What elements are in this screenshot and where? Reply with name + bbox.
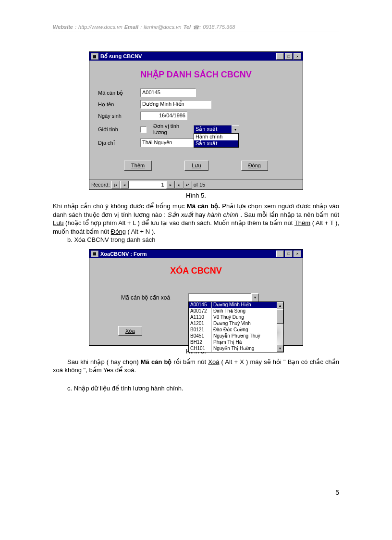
maximize-button[interactable]: □ <box>285 251 293 257</box>
website-label: Website <box>53 24 73 30</box>
dropdown-button[interactable]: ▼ <box>251 293 259 302</box>
nav-new-button[interactable]: ▸* <box>184 181 192 188</box>
record-number[interactable]: 1 <box>129 181 166 188</box>
phone-icon: ☎ <box>193 25 197 29</box>
close-button[interactable]: × <box>294 53 301 60</box>
label-ho-ten: Họ tên <box>98 101 140 108</box>
close-button[interactable]: × <box>294 251 301 257</box>
titlebar: ▦ Bổ sung CBCNV _ □ × <box>89 52 303 61</box>
email-label: Email <box>124 24 138 30</box>
scroll-up-button[interactable]: ▲ <box>277 302 283 309</box>
tel-value: 0918.775.368 <box>203 24 235 30</box>
form-heading: NHẬP DANH SÁCH CBCNV <box>98 64 294 88</box>
combo-don-vi-selected: Sản xuất <box>194 126 232 133</box>
label-dia-chi: Địa chỉ <box>98 140 140 146</box>
website-value: http://www.docs.vn <box>78 24 122 30</box>
email-value: lienhe@docs.vn <box>144 24 181 30</box>
window-title-xoa: XoaCBCNV : Form <box>100 251 147 257</box>
label-don-vi: Đơn vị tính lương <box>153 123 194 136</box>
record-navigator: Record: |◂ ◂ 1 ▸ ▸| ▸* of 15 <box>89 179 303 189</box>
list-item[interactable]: A00145Dương Minh Hiển <box>189 302 277 308</box>
form-icon: ▦ <box>91 53 98 60</box>
luu-button[interactable]: Lưu <box>184 161 208 171</box>
list-item[interactable]: BH12Phạm Thị Hà <box>189 339 277 346</box>
list-item[interactable]: B0121Đào Đức Cường <box>189 327 277 333</box>
label-ma-can-bo-xoa: Mã cán bộ cần xoá <box>121 293 188 301</box>
form-icon: ▦ <box>91 251 98 257</box>
paragraph-c: c. Nhập dữ liệu để tính lương hành chính… <box>67 384 339 393</box>
input-dia-chi[interactable]: Thái Nguyên <box>140 138 196 147</box>
dong-button[interactable]: Đóng <box>241 161 268 171</box>
nav-next-button[interactable]: ▸ <box>166 181 175 188</box>
window-bo-sung-cbcnv: ▦ Bổ sung CBCNV _ □ × NHẬP DANH SÁCH CBC… <box>89 51 303 190</box>
input-ma-can-bo-xoa[interactable] <box>188 293 251 302</box>
list-item[interactable]: A1110Vũ Thuý Dung <box>189 314 277 321</box>
record-count: of 15 <box>194 182 205 188</box>
paragraph-2: Sau khi nhập ( hay chọn) Mã cán bộ rồi b… <box>53 358 339 375</box>
input-ho-ten[interactable]: Dương Minh Hiển <box>140 100 211 109</box>
nav-prev-button[interactable]: ◂ <box>120 181 129 188</box>
page-number: 5 <box>53 392 339 496</box>
list-item[interactable]: B0451Nguyễn Phương Thuỳ <box>189 333 277 339</box>
paragraph-1: Khi nhập cần chú ý không đươc để trống m… <box>53 202 339 236</box>
maximize-button[interactable]: □ <box>285 53 293 60</box>
caption-hinh5-1: Hình 5. <box>53 192 339 199</box>
tel-label: Tel <box>184 24 191 30</box>
window-xoa-cbcnv: ▦ XoaCBCNV : Form _ □ × XÓA CBCNV Mã cán… <box>89 249 303 346</box>
label-gioi-tinh: Giới tính <box>98 126 140 133</box>
nav-first-button[interactable]: |◂ <box>111 181 120 188</box>
window-title: Bổ sung CBCNV <box>100 53 142 60</box>
xoa-button[interactable]: Xóa <box>118 326 142 336</box>
titlebar-xoa: ▦ XoaCBCNV : Form _ □ × <box>89 250 303 258</box>
label-ngay-sinh: Ngày sinh <box>98 113 140 119</box>
list-item[interactable]: A1201Dương Thuý Vinh <box>189 321 277 327</box>
scrollbar[interactable]: ▲ ▼ <box>277 302 283 352</box>
label-ma-can-bo: Mã cán bộ <box>98 90 140 96</box>
form-heading-xoa: XÓA CBCNV <box>92 261 300 285</box>
dropdown-button[interactable]: ▼ <box>232 125 239 134</box>
paragraph-b: b. Xóa CBCNV trong danh sách <box>67 236 339 244</box>
list-item[interactable]: CH101Nguyễn Thị Hường <box>189 346 277 352</box>
them-button[interactable]: Thêm <box>124 161 152 171</box>
combo-don-vi[interactable]: Sản xuất ▼ Hành chính Sản xuất <box>194 125 239 134</box>
nav-last-button[interactable]: ▸| <box>175 181 184 188</box>
option-san-xuat[interactable]: Sản xuất <box>194 140 238 147</box>
minimize-button[interactable]: _ <box>276 53 284 60</box>
list-item[interactable]: A00172Đinh Thế Song <box>189 308 277 314</box>
dropdown-don-vi[interactable]: Hành chính Sản xuất <box>194 133 239 148</box>
scroll-thumb[interactable] <box>277 309 283 324</box>
record-label: Record: <box>91 182 110 188</box>
minimize-button[interactable]: _ <box>276 251 284 257</box>
scroll-down-button[interactable]: ▼ <box>277 345 283 352</box>
input-ngay-sinh[interactable]: 16/04/1986 <box>140 112 187 120</box>
option-hanh-chinh[interactable]: Hành chính <box>194 134 238 140</box>
combo-ma-can-bo[interactable]: ▼ A00145Dương Minh HiểnA00172Đinh Thế So… <box>188 293 259 302</box>
dropdown-employee-list[interactable]: A00145Dương Minh HiểnA00172Đinh Thế Song… <box>188 301 284 352</box>
input-ma-can-bo[interactable]: A00145 <box>140 88 196 97</box>
checkbox-gioi-tinh[interactable] <box>140 126 147 133</box>
page-header: Website : http://www.docs.vn Email : lie… <box>53 24 339 32</box>
